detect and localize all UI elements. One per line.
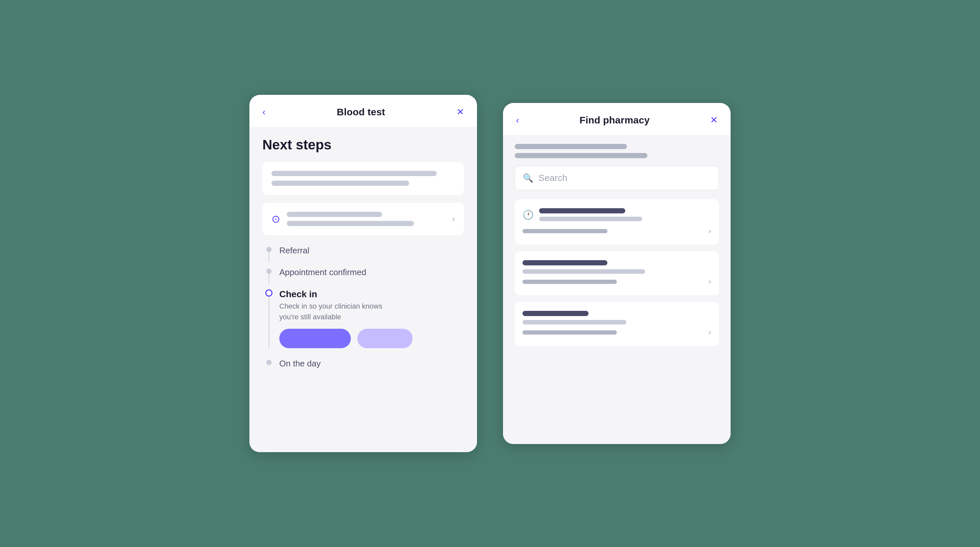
pharmacy-detail-line-1 bbox=[522, 229, 608, 233]
right-header-title: Find pharmacy bbox=[579, 115, 650, 126]
search-input-wrap[interactable]: 🔍 Search bbox=[515, 166, 719, 190]
right-header: ‹ Find pharmacy ✕ bbox=[503, 103, 730, 135]
timeline-content-checkin: Check in Check in so your clinician know… bbox=[279, 289, 464, 358]
pharmacy-detail-line-3 bbox=[522, 330, 617, 335]
top-info-block bbox=[515, 144, 719, 158]
timeline-content-ontheday: On the day bbox=[279, 358, 464, 370]
timeline-item-referral: Referral bbox=[265, 246, 464, 267]
pharmacy-item-3[interactable]: › bbox=[515, 302, 719, 346]
timeline-line-2 bbox=[269, 274, 269, 284]
checkin-secondary-button[interactable] bbox=[357, 329, 413, 348]
location-text bbox=[287, 212, 446, 226]
clock-icon-1: 🕐 bbox=[522, 209, 534, 220]
top-info-line-2 bbox=[515, 153, 648, 158]
timeline-content-appointment: Appointment confirmed bbox=[279, 267, 464, 289]
timeline-dot-ontheday bbox=[266, 360, 272, 365]
left-back-button[interactable]: ‹ bbox=[262, 108, 265, 117]
timeline-line-3 bbox=[269, 296, 269, 349]
timeline: Referral Appointment confirmed bbox=[262, 246, 464, 370]
right-body: 🔍 Search 🕐 › › bbox=[503, 135, 730, 444]
search-icon: 🔍 bbox=[523, 173, 533, 183]
right-phone-card: ‹ Find pharmacy ✕ 🔍 Search 🕐 bbox=[503, 103, 730, 444]
timeline-item-appointment: Appointment confirmed bbox=[265, 267, 464, 289]
timeline-desc-checkin: Check in so your clinician knowsyou're s… bbox=[279, 301, 464, 322]
info-line-2 bbox=[272, 181, 409, 186]
timeline-content-referral: Referral bbox=[279, 246, 464, 267]
location-pin-icon: ⊙ bbox=[272, 213, 280, 225]
right-close-button[interactable]: ✕ bbox=[710, 116, 718, 125]
pharmacy-name-3 bbox=[522, 311, 589, 316]
timeline-label-appointment: Appointment confirmed bbox=[279, 267, 464, 277]
pharmacy-sub-line-1 bbox=[539, 217, 642, 221]
pharmacy-detail-line-2 bbox=[522, 280, 617, 284]
pharmacy-detail-row-1: › bbox=[522, 227, 711, 236]
pharmacy-title-block-1 bbox=[539, 208, 711, 221]
timeline-buttons-checkin bbox=[279, 329, 464, 348]
timeline-line-1 bbox=[269, 252, 269, 262]
pharmacy-item-1[interactable]: 🕐 › bbox=[515, 199, 719, 244]
left-phone-card: ‹ Blood test ✕ Next steps ⊙ › bbox=[250, 95, 477, 452]
left-header: ‹ Blood test ✕ bbox=[250, 95, 477, 127]
timeline-dot-col-appointment bbox=[265, 267, 273, 284]
info-line-1 bbox=[272, 171, 437, 176]
pharmacy-detail-row-2: › bbox=[522, 277, 711, 286]
pharmacy-item-2[interactable]: › bbox=[515, 251, 719, 295]
location-box[interactable]: ⊙ › bbox=[262, 203, 464, 235]
timeline-dot-col-checkin bbox=[265, 289, 273, 349]
top-info-line-1 bbox=[515, 144, 627, 149]
pharmacy-sub-2a bbox=[522, 269, 645, 274]
timeline-dot-col-ontheday bbox=[265, 358, 273, 365]
pharmacy-chevron-2: › bbox=[708, 277, 711, 286]
timeline-dot-referral bbox=[266, 247, 272, 252]
pharmacy-sub-3a bbox=[522, 320, 626, 325]
pharmacy-name-2 bbox=[522, 260, 608, 265]
timeline-item-ontheday: On the day bbox=[265, 358, 464, 370]
next-steps-title: Next steps bbox=[262, 137, 464, 153]
pharmacy-header-1: 🕐 bbox=[522, 208, 711, 221]
timeline-dot-col-referral bbox=[265, 246, 273, 262]
pharmacy-name-line-1 bbox=[539, 208, 625, 213]
search-placeholder-text: Search bbox=[538, 173, 567, 183]
left-body: Next steps ⊙ › Referral bbox=[250, 127, 477, 452]
pharmacy-detail-row-3: › bbox=[522, 328, 711, 337]
left-close-button[interactable]: ✕ bbox=[457, 108, 464, 117]
location-chevron-icon: › bbox=[452, 214, 455, 224]
info-box bbox=[262, 162, 464, 195]
right-back-button[interactable]: ‹ bbox=[516, 116, 519, 125]
left-header-title: Blood test bbox=[337, 106, 385, 117]
pharmacy-chevron-3: › bbox=[708, 328, 711, 337]
timeline-dot-appointment bbox=[266, 269, 272, 274]
location-line-2 bbox=[287, 221, 414, 226]
timeline-dot-checkin bbox=[265, 289, 272, 296]
location-line-1 bbox=[287, 212, 382, 217]
timeline-label-checkin: Check in bbox=[279, 289, 464, 300]
timeline-label-referral: Referral bbox=[279, 246, 464, 256]
timeline-item-checkin: Check in Check in so your clinician know… bbox=[265, 289, 464, 358]
pharmacy-chevron-1: › bbox=[708, 227, 711, 236]
checkin-primary-button[interactable] bbox=[279, 329, 351, 348]
timeline-label-ontheday: On the day bbox=[279, 358, 464, 369]
